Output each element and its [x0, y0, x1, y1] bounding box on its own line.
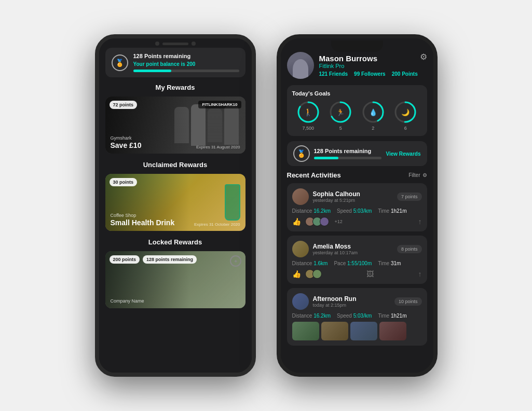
amelia-action-left: 👍 — [292, 269, 322, 279]
sophia-points: 7 points — [397, 193, 422, 201]
coffee-card[interactable]: 30 points Coffee Shop Small Health Drink… — [105, 174, 245, 231]
amelia-time-val: 31m — [391, 261, 401, 266]
run-time-val: 1h21m — [391, 313, 407, 319]
user-avatar — [287, 52, 314, 79]
amelia-time: Time 31m — [378, 261, 401, 266]
run-avatar — [292, 293, 309, 310]
sophia-avatar — [292, 188, 309, 205]
photo-1 — [292, 322, 319, 340]
run-time: Time 1h21m — [378, 313, 406, 319]
profile-stats: 121 Friends 99 Followers 200 Points — [319, 71, 427, 77]
gymshark-card-content: Gymshark Save £10 Expires 31 August 2020 — [105, 131, 245, 154]
filter-label: Filter — [408, 172, 420, 178]
gymshark-card[interactable]: 72 points FITLINKSHARK10 Gymshark Save £… — [105, 97, 245, 154]
profile-name: Mason Burrows — [319, 54, 427, 63]
run-name: Afternoon Run — [313, 295, 390, 303]
camera-dot-2 — [192, 42, 196, 46]
points-title: 128 Points remaining — [133, 53, 239, 59]
profile-tier: Fitlink Pro — [319, 63, 427, 69]
left-phone: 🏅 128 Points remaining Your point balanc… — [95, 34, 256, 377]
run-speed-val: 5:03/km — [353, 313, 372, 319]
card-top: 72 points FITLINKSHARK10 — [110, 101, 241, 109]
activities-title: Recent Activities — [287, 171, 341, 179]
locked-remaining-badge: 128 points remaining — [143, 255, 197, 264]
locked-required-badge: 200 points — [110, 255, 140, 264]
balance-value: 200 — [187, 61, 196, 67]
followers-label: Followers — [361, 71, 386, 77]
friend-avatars — [305, 217, 329, 226]
sleep-value: 6 — [404, 126, 407, 131]
sophia-stats: Distance 16.2km Speed 5:03/km Time 1h21m — [292, 208, 422, 214]
lock-icon: ✦ — [230, 255, 241, 267]
my-rewards-title: My Rewards — [105, 84, 245, 91]
view-rewards-btn[interactable]: View Rewards — [386, 151, 420, 157]
points-stat: 200 Points — [392, 71, 418, 77]
sophia-time-val: 1h21m — [391, 208, 407, 214]
locked-badges: 200 points 128 points remaining — [110, 255, 197, 264]
notch-container — [281, 38, 433, 52]
sophia-actions: 👍 +12 ↑ — [292, 217, 422, 226]
friends-label: Friends — [329, 71, 348, 77]
amelia-top: Amelia Moss yesterday at 10:17am 8 point… — [292, 241, 422, 257]
image-icon[interactable]: 🖼 — [366, 270, 374, 278]
sophia-action-left: 👍 +12 — [292, 217, 343, 226]
locked-card-content: Company Name — [105, 294, 245, 308]
pr-progress-fill — [314, 157, 338, 159]
sophia-name: Sophia Calhoun — [313, 190, 393, 198]
photo-2 — [321, 322, 348, 340]
like-icon[interactable]: 👍 — [292, 217, 301, 226]
right-content: Mason Burrows Fitlink Pro 121 Friends 99… — [281, 52, 433, 373]
amelia-distance: Distance 1.6km — [292, 261, 328, 266]
amelia-name: Amelia Moss — [313, 243, 393, 250]
coffee-title: Small Health Drink — [111, 218, 175, 227]
amelia-friend-av-2 — [312, 269, 322, 279]
share-icon[interactable]: ↑ — [418, 217, 422, 226]
stairs-value: 5 — [339, 126, 342, 131]
photo-4 — [379, 322, 406, 340]
amelia-points: 8 points — [397, 245, 422, 253]
goal-water-circle: 💧 — [362, 101, 385, 124]
gymshark-expiry: Expires 31 August 2020 — [196, 145, 240, 149]
amelia-share-icon[interactable]: ↑ — [418, 270, 422, 278]
followers-count: 99 — [354, 71, 360, 77]
activities-header: Recent Activities Filter ⚙ — [287, 171, 427, 179]
card-bottom-row: Gymshark Save £10 Expires 31 August 2020 — [111, 135, 240, 149]
amelia-pace: Pace 1:55/100m — [334, 261, 372, 266]
goals-section: Today's Goals 🚶 7,500 — [287, 85, 427, 136]
sophia-top: Sophia Calhoun yesterday at 5:21pm 7 poi… — [292, 188, 422, 205]
locked-brand: Company Name — [111, 298, 240, 304]
coffee-bottom-row: Coffee Shop Small Health Drink Expires 3… — [111, 213, 240, 227]
run-photos — [292, 322, 422, 340]
notch — [331, 40, 383, 52]
locked-card: 200 points 128 points remaining ✦ Compan… — [105, 251, 245, 308]
amelia-actions: 👍 🖼 ↑ — [292, 269, 422, 279]
amelia-stats: Distance 1.6km Pace 1:55/100m Time 31m — [292, 261, 422, 266]
progress-bar-bg — [133, 70, 239, 72]
right-phone: Mason Burrows Fitlink Pro 121 Friends 99… — [277, 34, 438, 377]
goal-sleep-circle: 🌙 — [394, 101, 417, 124]
medal-icon: 🏅 — [112, 54, 128, 71]
points-balance: Your point balance is 200 — [133, 61, 239, 67]
friends-stat: 121 Friends — [319, 71, 348, 77]
avatar-figure — [293, 59, 308, 79]
progress-bar-fill — [133, 70, 171, 72]
coffee-card-content: Coffee Shop Small Health Drink Expires 3… — [105, 209, 245, 231]
points-medal-icon: 🏅 — [293, 145, 310, 162]
avatar-person — [287, 52, 314, 79]
amelia-time: yesterday at 10:17am — [313, 250, 393, 255]
settings-icon[interactable]: ⚙ — [420, 52, 427, 62]
profile-info: Mason Burrows Fitlink Pro 121 Friends 99… — [319, 54, 427, 77]
friends-count: 121 — [319, 71, 328, 77]
filter-button[interactable]: Filter ⚙ — [408, 172, 427, 178]
activity-sophia: Sophia Calhoun yesterday at 5:21pm 7 poi… — [287, 183, 427, 231]
points-remaining-info: 128 Points remaining — [314, 148, 382, 159]
plus-count: +12 — [335, 219, 343, 224]
camera-dot — [155, 42, 159, 46]
amelia-info: Amelia Moss yesterday at 10:17am — [313, 243, 393, 255]
camera-bar — [99, 38, 252, 48]
unclaimed-title: Unclaimed Rewards — [105, 161, 245, 169]
goal-stairs-circle: 🏃 — [329, 101, 352, 124]
run-distance: Distance 16.2km — [292, 313, 331, 319]
amelia-like-icon[interactable]: 👍 — [292, 270, 301, 278]
activity-amelia: Amelia Moss yesterday at 10:17am 8 point… — [287, 236, 427, 284]
